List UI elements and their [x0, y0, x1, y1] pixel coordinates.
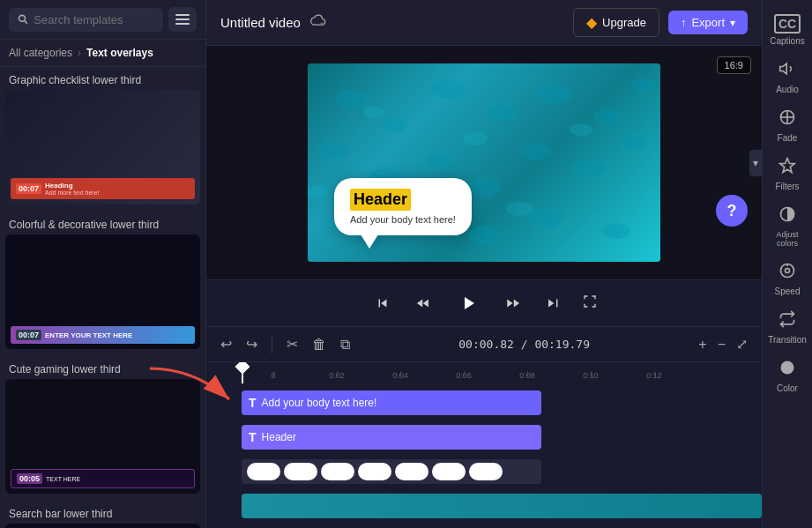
template-thumb-colorful[interactable]: 00:07 ENTER YOUR TEXT HERE [5, 234, 200, 349]
fullscreen-button[interactable] [583, 294, 597, 312]
svg-point-29 [642, 190, 660, 201]
svg-point-24 [528, 208, 563, 227]
zoom-out-button[interactable]: − [714, 333, 729, 356]
skip-back-button[interactable] [371, 292, 394, 315]
svg-point-25 [602, 223, 630, 239]
playhead[interactable] [242, 362, 243, 383]
template-thumb-searchbar[interactable] [5, 524, 200, 528]
clip-header[interactable]: T Header [242, 425, 541, 450]
template-thumb-checklist[interactable]: 00:07 Heading Add more text here! [5, 90, 200, 205]
svg-point-12 [595, 109, 620, 123]
panel-item-speed[interactable]: Speed [764, 255, 811, 303]
search-box[interactable] [9, 8, 163, 32]
template-label-colorful: Colorful & decorative lower third [5, 212, 200, 234]
timeline-toolbar: ↩ ↪ ✂ 🗑 ⧉ 00:00.82 / 00:19.79 + − ⤢ [206, 327, 762, 362]
transition-icon [778, 310, 796, 332]
panel-item-adjust-colors[interactable]: Adjust colors [764, 198, 811, 255]
svg-line-1 [25, 21, 27, 24]
ruler-mark-6: 0:06 [432, 371, 495, 380]
track-header: T Header [206, 421, 762, 453]
track-ocean [206, 490, 762, 522]
upgrade-label: Upgrade [602, 16, 646, 29]
menu-button[interactable] [168, 7, 197, 32]
svg-marker-32 [780, 63, 787, 74]
svg-point-14 [319, 144, 349, 160]
adjust-colors-label: Adjust colors [767, 230, 808, 248]
search-icon [18, 13, 28, 26]
svg-point-19 [573, 160, 607, 178]
bubble-chip-3 [321, 463, 354, 480]
fade-label: Fade [778, 133, 798, 143]
search-input[interactable] [34, 13, 154, 26]
filters-label: Filters [775, 182, 799, 191]
sidebar-search-bar [0, 0, 205, 40]
svg-marker-36 [780, 159, 795, 173]
zoom-controls: + − ⤢ [695, 332, 751, 356]
diamond-icon: ◆ [586, 14, 597, 31]
delete-button[interactable]: 🗑 [309, 333, 330, 356]
timeline-tracks: T Add your body text here! T Header [206, 383, 762, 528]
svg-point-16 [427, 153, 453, 167]
svg-point-9 [431, 80, 466, 100]
svg-point-18 [523, 144, 551, 160]
svg-point-20 [622, 136, 646, 150]
panel-item-captions[interactable]: CC Captions [764, 7, 811, 53]
skip-forward-button[interactable] [542, 292, 565, 315]
svg-rect-3 [175, 19, 190, 20]
clip-speech-bubbles[interactable] [242, 459, 541, 484]
timeline-collapse-button[interactable]: ▾ [749, 150, 762, 176]
svg-point-31 [506, 202, 533, 216]
zoom-fit-button[interactable]: ⤢ [733, 332, 751, 356]
checklist-text-block: Heading Add more text here! [45, 182, 190, 196]
timecode-display: 00:00.82 / 00:19.79 [361, 338, 688, 351]
cut-button[interactable]: ✂ [283, 332, 302, 356]
ocean-background: Header Add your body text here! [308, 63, 660, 262]
sidebar: All categories › Text overlays Graphic c… [0, 0, 206, 528]
ruler-mark-2: 0:02 [305, 371, 369, 380]
audio-icon [778, 60, 796, 82]
canvas-area: Header Add your body text here! 16:9 ? ▾ [206, 46, 762, 279]
redo-button[interactable]: ↪ [242, 332, 261, 356]
filters-icon [778, 157, 796, 179]
aspect-ratio-badge: 16:9 [717, 56, 751, 74]
upgrade-button[interactable]: ◆ Upgrade [573, 8, 659, 37]
svg-point-26 [363, 106, 384, 118]
gaming-text: text here [46, 476, 80, 482]
breadcrumb: All categories › Text overlays [0, 40, 205, 67]
breadcrumb-all[interactable]: All categories [9, 47, 72, 59]
help-button[interactable]: ? [716, 195, 748, 227]
clip-body-text[interactable]: T Add your body text here! [242, 390, 541, 415]
panel-item-transition[interactable]: Transition [764, 303, 811, 352]
upload-icon: ↑ [681, 16, 687, 29]
export-button[interactable]: ↑ Export ▾ [668, 11, 748, 34]
breadcrumb-current: Text overlays [86, 47, 153, 59]
panel-item-filters[interactable]: Filters [764, 150, 811, 198]
template-label-checklist: Graphic checklist lower third [5, 67, 200, 90]
svg-point-27 [463, 131, 488, 145]
templates-list: Graphic checklist lower third 00:07 Head… [0, 67, 205, 528]
rewind-button[interactable] [412, 292, 435, 315]
track-body-text: T Add your body text here! [206, 387, 762, 419]
template-label-gaming: Cute gaming lower third [5, 356, 200, 379]
svg-point-13 [632, 79, 653, 92]
template-thumb-gaming[interactable]: 00:05 text here [5, 379, 200, 494]
zoom-in-button[interactable]: + [695, 333, 710, 356]
clip-ocean-video[interactable] [242, 494, 762, 518]
play-button[interactable] [452, 287, 484, 319]
audio-label: Audio [776, 85, 799, 94]
panel-item-fade[interactable]: Fade [764, 101, 811, 150]
panel-item-audio[interactable]: Audio [764, 53, 811, 101]
panel-item-color[interactable]: Color [764, 352, 811, 400]
topbar-right: ◆ Upgrade ↑ Export ▾ [573, 8, 748, 37]
svg-point-41 [781, 361, 794, 375]
duplicate-button[interactable]: ⧉ [337, 333, 354, 356]
checklist-time: 00:07 [16, 183, 41, 194]
export-label: Export [691, 16, 725, 29]
transition-label: Transition [768, 335, 807, 345]
svg-point-30 [308, 185, 327, 197]
colorful-time: 00:07 [16, 330, 41, 340]
undo-button[interactable]: ↩ [217, 332, 235, 356]
forward-button[interactable] [502, 292, 525, 315]
menu-icon [175, 12, 190, 26]
color-icon [778, 359, 796, 381]
